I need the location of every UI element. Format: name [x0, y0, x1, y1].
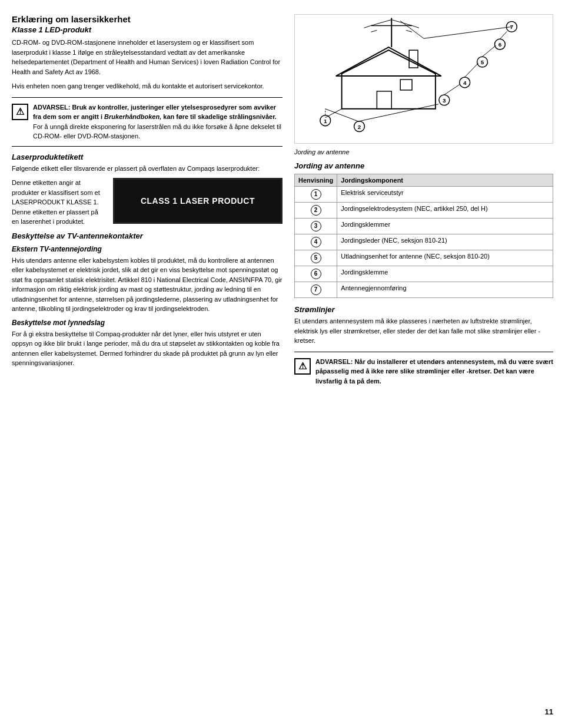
- antenna-diagram: 1 2 3 4 5 6 7: [294, 14, 553, 144]
- row-number: 5: [311, 253, 321, 263]
- stromlinjer-title: Strømlinjer: [294, 305, 553, 314]
- svg-rect-2: [377, 91, 391, 109]
- warning-text-2: ADVARSEL: Når du installerer et utendørs…: [315, 357, 553, 386]
- warning-icon-2: ⚠: [294, 358, 311, 375]
- page-number: 11: [545, 707, 553, 716]
- table-row: 3Jordingsklemmer: [295, 219, 553, 234]
- warning-text-1: ADVARSEL: Bruk av kontroller, justeringe…: [33, 102, 282, 141]
- table-row: 4Jordingsleder (NEC, seksjon 810-21): [295, 234, 553, 250]
- row-number: 4: [311, 237, 321, 247]
- laser-section-text: Følgende etikett eller tilsvarende er pl…: [12, 164, 282, 174]
- jording-table: Henvisning Jordingskomponent 1Elektrisk …: [294, 174, 553, 298]
- row-number: 7: [311, 284, 321, 295]
- laser-label-box: CLASS 1 LASER PRODUCT: [113, 178, 282, 224]
- svg-line-31: [465, 63, 478, 77]
- laser-label-text: CLASS 1 LASER PRODUCT: [141, 196, 255, 206]
- svg-text:1: 1: [324, 118, 327, 124]
- tv-subtitle: Ekstern TV-antennejording: [12, 245, 282, 253]
- row-component: Jordingsklemme: [337, 266, 553, 282]
- row-component: Antennegjennomføring: [337, 282, 553, 298]
- tv-section-title: Beskyttelse av TV-antennekontakter: [12, 231, 282, 240]
- row-num-cell: 4: [295, 234, 337, 250]
- table-title: Jording av antenne: [294, 161, 553, 170]
- warning2-text: ADVARSEL: Når du installerer et utendørs…: [315, 358, 553, 385]
- laser-label-desc: Denne etiketten angir at produkter er kl…: [12, 178, 106, 227]
- row-num-cell: 5: [295, 250, 337, 266]
- svg-line-8: [391, 19, 412, 25]
- row-component: Jordingsklemmer: [337, 219, 553, 234]
- svg-line-7: [371, 19, 391, 25]
- svg-line-35: [400, 21, 424, 38]
- svg-rect-3: [400, 80, 412, 90]
- row-component: Jordingselektrodesystem (NEC, artikkel 2…: [337, 203, 553, 219]
- service-text: Hvis enheten noen gang trenger vedlikeho…: [12, 81, 282, 91]
- svg-line-29: [360, 104, 438, 121]
- svg-line-34: [424, 27, 511, 38]
- row-num-cell: 7: [295, 282, 337, 298]
- row-component: Utladningsenhet for antenne (NEC, seksjo…: [337, 250, 553, 266]
- svg-line-30: [444, 84, 460, 95]
- laser-section-title: Laserproduktetikett: [12, 153, 282, 161]
- svg-line-12: [406, 30, 412, 32]
- lightning-text: For å gi ekstra beskyttelse til Compaq-p…: [12, 329, 282, 368]
- svg-marker-1: [336, 47, 441, 76]
- intro-text: CD-ROM- og DVD-ROM-stasjonene inneholder…: [12, 38, 282, 77]
- svg-line-9: [364, 25, 371, 28]
- row-num-cell: 6: [295, 266, 337, 282]
- svg-text:2: 2: [358, 124, 361, 130]
- svg-line-11: [371, 30, 377, 32]
- table-row: 2Jordingselektrodesystem (NEC, artikkel …: [295, 203, 553, 219]
- sub-title: Klasse 1 LED-produkt: [12, 25, 282, 34]
- row-number: 6: [311, 269, 321, 279]
- table-row: 6Jordingsklemme: [295, 266, 553, 282]
- lightning-subtitle: Beskyttelse mot lynnedslag: [12, 319, 282, 327]
- laser-product-section: Denne etiketten angir at produkter er kl…: [12, 178, 282, 227]
- table-row: 1Elektrisk serviceutstyr: [295, 187, 553, 203]
- col-header-henvisning: Henvisning: [295, 174, 337, 187]
- stromlinjer-text: Et utendørs antennesystem må ikke plasse…: [294, 316, 553, 346]
- svg-text:5: 5: [481, 59, 484, 65]
- row-number: 3: [311, 221, 321, 231]
- svg-text:6: 6: [498, 41, 502, 48]
- warning-box-1: ⚠ ADVARSEL: Bruk av kontroller, justerin…: [12, 97, 282, 147]
- svg-text:4: 4: [463, 80, 467, 86]
- svg-line-32: [483, 45, 496, 57]
- table-row: 5Utladningsenhet for antenne (NEC, seksj…: [295, 250, 553, 266]
- row-num-cell: 2: [295, 203, 337, 219]
- row-num-cell: 3: [295, 219, 337, 234]
- diagram-caption: Jording av antenne: [294, 148, 553, 155]
- warning-icon-1: ⚠: [12, 104, 28, 120]
- row-num-cell: 1: [295, 187, 337, 203]
- main-title: Erklæring om lasersikkerhet: [12, 14, 282, 24]
- row-component: Elektrisk serviceutstyr: [337, 187, 553, 203]
- svg-line-36: [325, 109, 342, 118]
- warning-box-2: ⚠ ADVARSEL: Når du installerer et utendø…: [294, 352, 553, 391]
- left-column: Erklæring om lasersikkerhet Klasse 1 LED…: [12, 14, 282, 714]
- row-number: 2: [311, 205, 321, 216]
- tv-text1: Hvis utendørs antenne eller kabelsystem …: [12, 256, 282, 314]
- svg-line-10: [412, 25, 419, 28]
- row-number: 1: [311, 189, 321, 200]
- svg-marker-0: [342, 50, 436, 109]
- svg-line-33: [500, 31, 507, 39]
- col-header-komponent: Jordingskomponent: [337, 174, 553, 187]
- right-column: 1 2 3 4 5 6 7: [294, 14, 553, 714]
- svg-text:3: 3: [443, 97, 446, 104]
- row-component: Jordingsleder (NEC, seksjon 810-21): [337, 234, 553, 250]
- table-row: 7Antennegjennomføring: [295, 282, 553, 298]
